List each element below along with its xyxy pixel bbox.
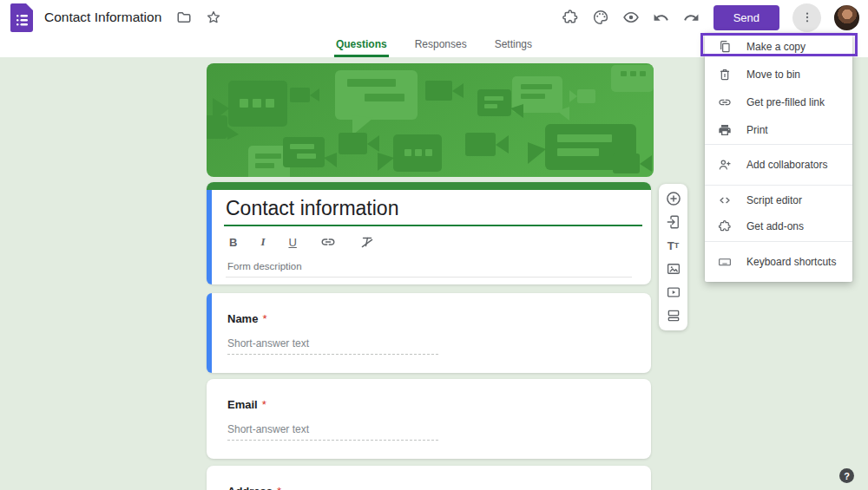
menu-item-make-a-copy[interactable]: Make a copy (705, 33, 852, 61)
form-header-image[interactable] (207, 63, 654, 177)
add-section-icon[interactable] (665, 307, 682, 324)
add-video-icon[interactable] (665, 284, 682, 301)
top-bar-actions: Send (562, 3, 859, 32)
short-answer-field[interactable]: Short-answer text (227, 337, 438, 355)
theme-palette-icon[interactable] (592, 9, 609, 26)
card-accent-bar (207, 182, 651, 190)
keyboard-icon (718, 255, 732, 269)
question-toolbar: TT (659, 184, 687, 330)
document-title[interactable]: Contact Information (44, 10, 161, 25)
question-card-email[interactable]: Email* Short-answer text (207, 379, 651, 459)
person-add-icon (718, 158, 732, 172)
copy-icon (718, 40, 732, 54)
print-icon (718, 123, 732, 137)
clear-formatting-icon[interactable] (359, 234, 375, 250)
top-bar: Contact Information (0, 0, 868, 35)
tab-questions[interactable]: Questions (334, 35, 389, 57)
menu-item-get-prefilled-link[interactable]: Get pre-filled link (705, 88, 852, 116)
star-icon[interactable] (205, 9, 222, 26)
required-asterisk: * (277, 485, 281, 490)
format-toolbar: B I U (224, 234, 644, 250)
selection-indicator (207, 190, 212, 284)
form-title-card[interactable]: Contact information B I U Form descripti… (207, 182, 651, 284)
form-description-input[interactable]: Form description (226, 261, 632, 278)
add-question-icon[interactable] (665, 190, 682, 207)
send-button[interactable]: Send (713, 5, 779, 30)
preview-eye-icon[interactable] (622, 9, 640, 26)
menu-item-add-collaborators[interactable]: Add collaborators (705, 152, 852, 178)
help-icon[interactable]: ? (839, 468, 854, 483)
add-title-icon[interactable]: TT (665, 237, 682, 254)
add-ons-icon[interactable] (562, 9, 579, 26)
required-asterisk: * (262, 398, 266, 411)
redo-icon[interactable] (683, 9, 700, 26)
required-asterisk: * (262, 312, 266, 325)
bold-button[interactable]: B (229, 236, 237, 249)
question-card-address[interactable]: Address* (207, 466, 651, 490)
account-avatar[interactable] (834, 5, 859, 30)
insert-link-icon[interactable] (320, 234, 336, 250)
move-to-folder-icon[interactable] (175, 9, 193, 26)
code-icon (718, 193, 732, 207)
italic-button[interactable]: I (260, 235, 265, 249)
google-forms-editor: Contact Information (0, 0, 868, 490)
question-label[interactable]: Email (227, 398, 258, 411)
trash-icon (718, 68, 732, 82)
selection-indicator (207, 293, 212, 373)
menu-item-keyboard-shortcuts[interactable]: Keyboard shortcuts (705, 249, 852, 275)
title-focus-underline (224, 225, 642, 226)
add-image-icon[interactable] (665, 260, 682, 278)
menu-item-print[interactable]: Print (705, 116, 852, 144)
underline-button[interactable]: U (288, 236, 296, 249)
menu-item-script-editor[interactable]: Script editor (705, 187, 852, 213)
tab-responses[interactable]: Responses (413, 35, 469, 57)
more-options-button[interactable] (792, 3, 821, 32)
question-label[interactable]: Address (227, 485, 273, 490)
puzzle-icon (718, 219, 732, 233)
tab-settings[interactable]: Settings (493, 35, 534, 57)
undo-icon[interactable] (653, 9, 670, 26)
import-questions-icon[interactable] (665, 213, 682, 231)
more-options-menu: Make a copy Move to bin Get pre-filled l… (705, 33, 852, 282)
link-icon (718, 95, 732, 109)
menu-item-move-to-bin[interactable]: Move to bin (705, 61, 852, 88)
menu-item-get-add-ons[interactable]: Get add-ons (705, 213, 852, 239)
forms-logo-icon[interactable] (10, 3, 33, 32)
question-label[interactable]: Name (227, 312, 258, 325)
short-answer-field[interactable]: Short-answer text (227, 423, 438, 441)
form-title-input[interactable]: Contact information (224, 197, 644, 220)
question-card-name[interactable]: Name* Short-answer text (207, 293, 651, 373)
